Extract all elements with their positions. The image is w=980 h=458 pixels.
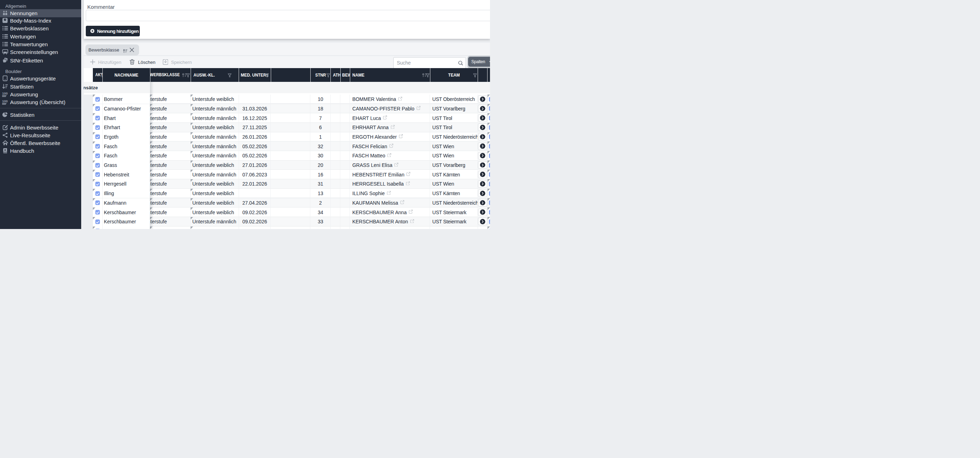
svg-text:100: 100	[2, 99, 8, 103]
svg-text:100: 100	[2, 91, 8, 95]
